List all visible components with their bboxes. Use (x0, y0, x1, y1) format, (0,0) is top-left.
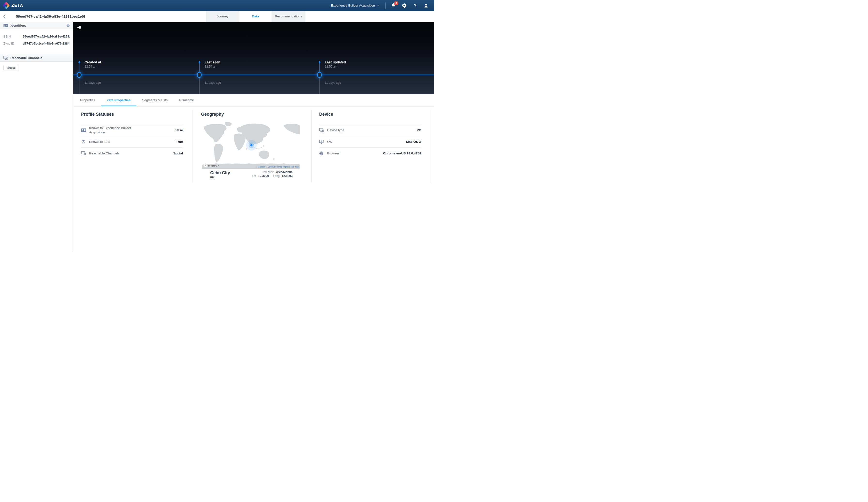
subtab-properties[interactable]: Properties (74, 94, 101, 106)
tab-recommendations[interactable]: Recommendations (271, 11, 306, 22)
section-device: Device Device type PC OS Mac OS X (311, 106, 431, 208)
row-value: True (176, 140, 183, 144)
identifiers-header: Identifiers (0, 22, 73, 29)
monitor-plus-icon (319, 140, 324, 144)
profile-subheader: 59eed767-ca42-4a36-a83e-42931bec1e0f Jou… (0, 11, 434, 22)
event-node-icon[interactable] (77, 72, 82, 78)
timezone-label: Timezone (261, 170, 274, 174)
openstreetmap-link[interactable]: OpenStreetMap (268, 166, 282, 168)
mapbox-logo[interactable]: mapbox (204, 164, 219, 167)
city-name: Cebu City (210, 170, 230, 176)
event-label: Created at (84, 60, 101, 64)
event-tail (319, 78, 320, 94)
row-label: Device type (327, 128, 344, 133)
help-icon: ? (414, 3, 416, 8)
event-time: 12:55 am (325, 65, 337, 68)
geo-city-block: Cebu City PH (210, 170, 230, 179)
world-map[interactable]: mapbox © Mapbox © OpenStreetMap Improve … (202, 122, 300, 169)
row-label: OS (327, 140, 332, 144)
collapse-sidebar-button[interactable] (77, 26, 81, 29)
event-ago: 11 days ago (205, 81, 221, 84)
workspace-switcher[interactable]: Experience Builder Acquisition (331, 4, 380, 7)
event-node-icon[interactable] (197, 72, 202, 78)
identifiers-settings-button[interactable] (66, 24, 70, 27)
section-title: Profile Statuses (81, 112, 183, 117)
devices-icon (81, 151, 86, 155)
back-button[interactable] (3, 14, 7, 19)
continent-north-america (204, 124, 226, 142)
section-title: Device (319, 112, 421, 117)
row-label: Known to Zeta (89, 140, 110, 144)
tab-journey[interactable]: Journey (206, 11, 239, 22)
zeta-z-icon (81, 140, 86, 144)
gear-icon (402, 3, 407, 8)
section-geography: Geography (193, 106, 311, 208)
timezone-value: Asia/Manila (276, 170, 292, 174)
event-connector (319, 63, 320, 72)
continent-greenland (225, 122, 232, 126)
geo-meta-block: Timezone Asia/Manila Lat 10.3099 Long 12… (248, 170, 292, 178)
map-marker (246, 140, 257, 150)
field-row-zync-id: Zync ID d7747b5b-1ce4-48e2-a679-2384... (3, 42, 70, 46)
device-row-type: Device type PC (319, 124, 421, 136)
reachable-channels-body: Social (0, 62, 73, 74)
collapse-panel-icon (77, 26, 81, 29)
mapbox-icon (204, 164, 207, 167)
channel-chip-social[interactable]: Social (3, 65, 19, 71)
event-connector (79, 63, 80, 72)
profile-button[interactable] (423, 3, 429, 8)
row-value: Social (173, 151, 183, 155)
back-icon (3, 14, 6, 19)
event-dot-icon (79, 61, 80, 63)
mapbox-link[interactable]: Mapbox (258, 166, 265, 168)
identifiers-title: Identifiers (10, 24, 26, 27)
zeta-diamond-icon (3, 2, 10, 9)
continent-north-america-wrap (283, 124, 300, 134)
copyright: © (256, 166, 258, 168)
event-label: Last seen (205, 60, 220, 64)
long-label: Long (273, 174, 280, 178)
settings-button[interactable] (402, 3, 407, 8)
field-label: BSIN (3, 35, 23, 38)
chevron-down-icon (377, 4, 380, 6)
sidebar: Identifiers BSIN 59eed767-ca42-4a36-a83e… (0, 22, 73, 251)
devices-icon (319, 128, 324, 132)
zeta-properties-content: Profile Statuses Known to Experience Bui… (73, 106, 434, 251)
gear-icon (66, 24, 70, 27)
long-value: 123.893 (282, 174, 292, 178)
continent-africa (234, 134, 246, 150)
lat-value: 10.3099 (258, 174, 269, 178)
event-label: Last updated (325, 60, 346, 64)
profile-id: 59eed767-ca42-4a36-a83e-42931bec1e0f (16, 11, 85, 22)
reachable-channels-header: Reachable Channels (0, 54, 73, 62)
status-row-known-to-zeta: Known to Zeta True (81, 136, 183, 147)
subtab-primetime[interactable]: Primetime (173, 94, 200, 106)
continent-australia (259, 150, 269, 159)
row-value: PC (416, 128, 421, 132)
timeline-hero: Created at 12:54 am 11 days ago Last see… (73, 22, 434, 94)
device-row-browser: Browser Chrome en-US 98.0.4758 (319, 147, 421, 159)
tab-data[interactable]: Data (239, 11, 271, 22)
devices-icon (3, 56, 8, 60)
field-value: d7747b5b-1ce4-48e2-a679-2384... (23, 42, 70, 45)
subtab-segments-lists[interactable]: Segments & Lists (136, 94, 173, 106)
row-value: Chrome en-US 98.0.4758 (383, 151, 421, 155)
address-card-icon (81, 128, 86, 132)
event-tail (79, 78, 80, 94)
event-node-icon[interactable] (317, 72, 322, 78)
event-time: 12:54 am (205, 65, 217, 68)
status-row-known-to-eba: Known to Experience Builder Acquisition … (81, 124, 183, 136)
improve-map-link[interactable]: Improve this map (282, 166, 299, 168)
subtab-zeta-properties[interactable]: Zeta Properties (101, 94, 136, 106)
copyright: © (265, 166, 268, 168)
event-ago: 11 days ago (84, 81, 101, 84)
brand-logo[interactable]: ZETA (4, 3, 23, 8)
brand-wordmark: ZETA (11, 3, 23, 8)
help-button[interactable]: ? (412, 3, 418, 8)
event-dot-icon (199, 61, 200, 63)
id-card-icon (3, 24, 8, 27)
field-value: 59eed767-ca42-4a36-a83e-4293... (23, 35, 70, 38)
timeline-line (73, 75, 434, 75)
field-label: Zync ID (3, 42, 23, 45)
notifications-button[interactable]: 3 (391, 3, 396, 8)
